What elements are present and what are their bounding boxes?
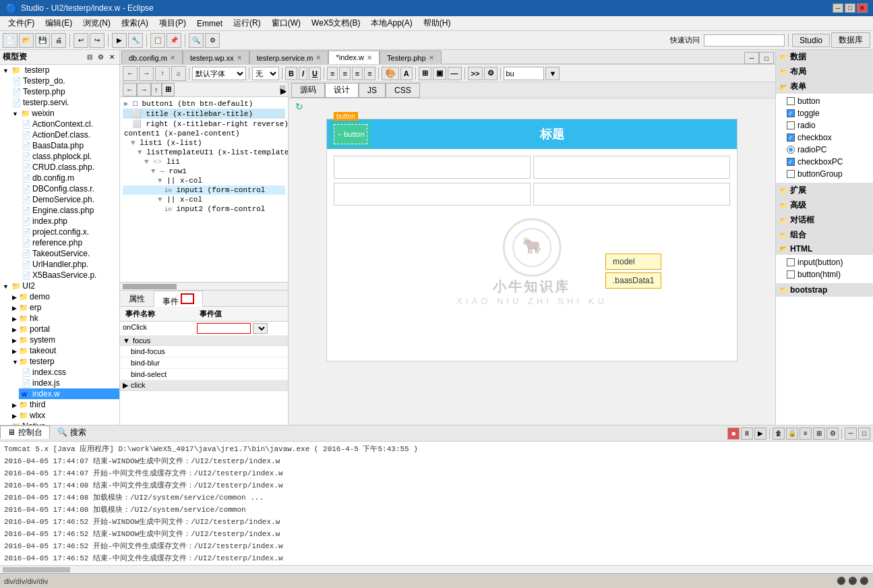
sidebar-item-takeoutservice[interactable]: 📄TakeoutService.: [19, 248, 119, 259]
studio-button[interactable]: Studio: [792, 34, 830, 47]
debug-button[interactable]: 🔧: [128, 33, 143, 48]
console-stop-btn[interactable]: ■: [727, 428, 740, 440]
menu-search[interactable]: 搜索(A): [116, 16, 154, 30]
code-item-list1[interactable]: ▼ list1 (x-list): [123, 138, 285, 148]
font-size-select[interactable]: 无: [252, 67, 279, 80]
print-button[interactable]: 🖨: [51, 33, 66, 48]
console-resume-btn[interactable]: ▶: [754, 428, 766, 440]
console-scroll-lock-btn[interactable]: 🔒: [786, 428, 798, 440]
right-item-checkboxpc[interactable]: ✓ checkboxPC: [787, 156, 869, 168]
right-item-checkbox[interactable]: ✓ checkbox: [787, 131, 869, 144]
console-max-btn[interactable]: □: [858, 428, 870, 440]
right-section-combo-header[interactable]: 📁 组合: [776, 228, 873, 242]
sidebar-item-urlhandler[interactable]: 📄UrlHandler.php.: [19, 259, 119, 270]
color-btn[interactable]: 🎨: [382, 67, 399, 80]
code-item-row1[interactable]: ▼ — row1: [123, 167, 285, 176]
bold-button[interactable]: B: [285, 67, 297, 80]
sidebar-item-testerp-servi[interactable]: 📄testerp.servi.: [9, 97, 119, 108]
align-justify-btn[interactable]: ≡: [364, 67, 375, 80]
menu-wex5docs[interactable]: WeX5文档(B): [306, 16, 365, 30]
right-section-html-header[interactable]: 📂 HTML: [776, 243, 873, 255]
sidebar-settings-btn[interactable]: ⚙: [96, 53, 106, 61]
nav-up-btn[interactable]: ↑: [155, 66, 170, 81]
sidebar-item-actioncontext[interactable]: 📄ActionContext.cl.: [19, 119, 119, 129]
table-btn[interactable]: ⊞: [419, 67, 431, 80]
right-item-inputbtn[interactable]: input(button): [787, 256, 869, 268]
font-color-btn[interactable]: A: [400, 67, 413, 80]
sidebar-collapse-btn[interactable]: ⊟: [85, 53, 94, 61]
underline-button[interactable]: U: [309, 67, 321, 80]
tab-dbconfig[interactable]: db.config.m ✕: [121, 51, 183, 64]
view-tab-js[interactable]: JS: [359, 83, 386, 98]
right-item-radio[interactable]: radio: [787, 119, 869, 131]
console-pause-btn[interactable]: ⏸: [741, 428, 753, 440]
right-item-buttongroup[interactable]: buttonGroup: [787, 168, 869, 180]
sidebar-item-erp[interactable]: ▶📁erp: [9, 302, 119, 313]
sidebar-item-portal[interactable]: ▶📁portal: [9, 324, 119, 334]
app-input4[interactable]: [533, 183, 730, 206]
nav-fwd-btn[interactable]: →: [139, 66, 154, 81]
props-section-focus[interactable]: ▼ focus: [120, 336, 288, 346]
code-h-scroll[interactable]: [120, 282, 288, 290]
sidebar-item-takeout[interactable]: ▶📁takeout: [9, 345, 119, 356]
tab-max-btn[interactable]: □: [759, 52, 774, 64]
code-item-xcol1[interactable]: ▼ || x-col: [123, 176, 285, 185]
menu-window[interactable]: 窗口(W): [266, 16, 306, 30]
nav-back-btn[interactable]: ←: [123, 66, 138, 81]
database-button[interactable]: 数据库: [831, 32, 870, 48]
sidebar-item-dbconfigclass[interactable]: 📄DBConfig.class.r.: [19, 183, 119, 194]
sidebar-item-x5baas[interactable]: 📄X5BaasService.p.: [19, 270, 119, 281]
align-left-btn[interactable]: ≡: [327, 67, 338, 80]
menu-localapp[interactable]: 本地App(A): [365, 16, 417, 30]
preview-refresh-button[interactable]: ↻: [295, 101, 303, 112]
tab-event[interactable]: 事件: [154, 291, 203, 307]
tab-testerp-wp-close[interactable]: ✕: [237, 54, 242, 61]
right-section-adv-header[interactable]: 📁 高级: [776, 198, 873, 212]
sidebar-item-engine[interactable]: 📄Engine.class.php: [19, 205, 119, 216]
console-filter-btn[interactable]: ≡: [800, 428, 812, 440]
copy-button[interactable]: 📋: [150, 33, 165, 48]
sidebar-item-testerp-do[interactable]: 📄Testerp_do.: [9, 76, 119, 86]
sidebar-item-testerp-php[interactable]: 📄Testerp.php: [9, 86, 119, 97]
right-item-toggle[interactable]: ✓ toggle: [787, 107, 869, 119]
tab-testerp-wp[interactable]: testerp.wp.xx ✕: [183, 51, 249, 64]
settings-button[interactable]: ⚙: [205, 33, 220, 48]
right-section-data-header[interactable]: 📁 数据: [776, 50, 873, 64]
tab-min-btn[interactable]: ─: [744, 52, 759, 64]
console-expand-btn[interactable]: ⊞: [813, 428, 825, 440]
tab-attr[interactable]: 属性: [120, 291, 154, 306]
minimize-button[interactable]: ─: [833, 3, 843, 13]
quick-access-input[interactable]: [704, 34, 785, 47]
code-item-button1[interactable]: ▶ □ button1 (btn btn-default): [123, 98, 285, 109]
undo-button[interactable]: ↩: [73, 33, 88, 48]
code-item-xcol2[interactable]: ▼ || x-col: [123, 195, 285, 204]
sidebar-item-actiondef[interactable]: 📄ActionDef.class.: [19, 129, 119, 140]
sidebar-item-indexphp[interactable]: 📄index.php: [19, 216, 119, 227]
h-scrollbar-thumb[interactable]: [123, 284, 177, 289]
menu-emmet[interactable]: Emmet: [191, 18, 228, 30]
save-button[interactable]: 💾: [35, 33, 50, 48]
code-item-input2[interactable]: in input2 (form-control: [123, 204, 285, 214]
sidebar-item-demo[interactable]: ▶📁demo: [9, 291, 119, 302]
console-tab-search[interactable]: 🔍 搜索: [50, 425, 94, 439]
sidebar-item-projectconfig[interactable]: 📄project.config.x.: [19, 227, 119, 237]
sidebar-item-ui2-testerp[interactable]: ▼📁testerp: [9, 356, 119, 367]
menu-browse[interactable]: 浏览(N): [78, 16, 116, 30]
menu-file[interactable]: 文件(F): [3, 16, 40, 30]
right-section-form-header[interactable]: 📂 表单: [776, 80, 873, 94]
code-item-li1[interactable]: ▼ <> li1: [123, 157, 285, 167]
code-back-btn[interactable]: ←: [123, 83, 137, 96]
sidebar-item-testerp[interactable]: ▼ 📁 testerp: [0, 65, 119, 76]
nav-home-btn[interactable]: ⌂: [171, 66, 186, 81]
app-input1[interactable]: [334, 156, 531, 179]
sidebar-item-indexw[interactable]: windex.w: [19, 388, 119, 399]
sidebar-item-hk[interactable]: ▶📁hk: [9, 313, 119, 324]
code-up-btn[interactable]: ↑: [151, 83, 162, 96]
search-toolbar-button[interactable]: 🔍: [189, 33, 204, 48]
right-item-buttonhtml[interactable]: button(html): [787, 268, 869, 281]
italic-button[interactable]: I: [299, 67, 307, 80]
tab-dbconfig-close[interactable]: ✕: [170, 54, 175, 61]
menu-run[interactable]: 运行(R): [228, 16, 266, 30]
redo-button[interactable]: ↪: [90, 33, 104, 48]
app-input3[interactable]: [334, 183, 531, 206]
